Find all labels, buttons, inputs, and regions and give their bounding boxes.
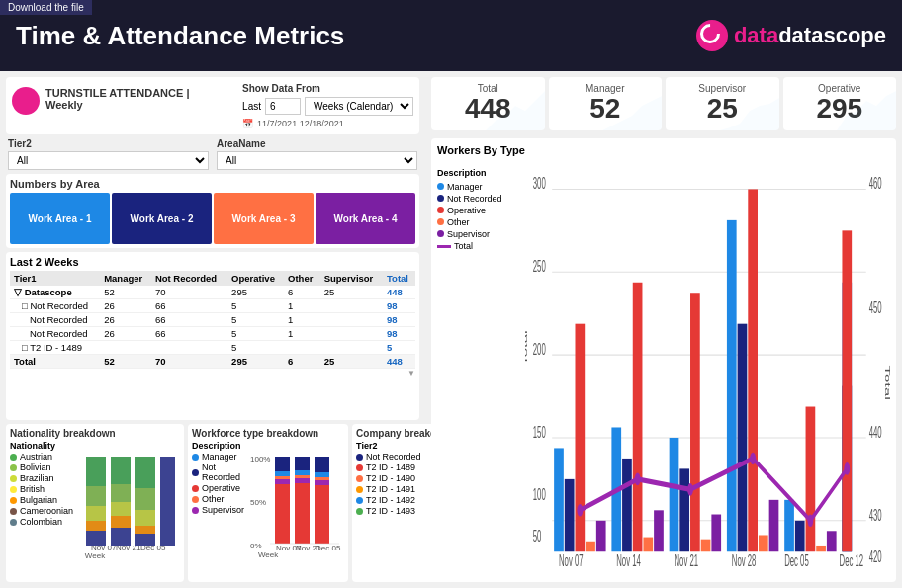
area-name-select[interactable]: All <box>217 151 417 170</box>
svg-rect-101 <box>727 220 737 551</box>
svg-text:200: 200 <box>533 340 546 359</box>
svg-rect-28 <box>295 457 310 470</box>
svg-text:150: 150 <box>533 422 546 441</box>
svg-text:Nov 21: Nov 21 <box>675 550 699 569</box>
calendar-icon: 📅 <box>242 119 253 128</box>
svg-rect-33 <box>315 457 329 472</box>
svg-point-115 <box>635 472 641 485</box>
svg-rect-95 <box>654 510 664 551</box>
numbers-by-area-title: Numbers by Area <box>10 178 415 190</box>
area-name-label: AreaName <box>217 138 417 149</box>
svg-marker-66 <box>486 91 545 130</box>
svg-rect-14 <box>135 526 155 534</box>
col-other: Other <box>284 271 320 286</box>
svg-rect-92 <box>622 459 632 551</box>
svg-text:Dec 05: Dec 05 <box>140 544 166 550</box>
svg-rect-12 <box>135 488 155 510</box>
svg-rect-100 <box>711 514 721 551</box>
svg-rect-2 <box>86 486 106 506</box>
svg-text:Dec 05: Dec 05 <box>784 550 809 569</box>
weeks-select[interactable]: Weeks (Calendar) <box>305 97 413 116</box>
svg-rect-34 <box>315 472 329 477</box>
cell-total: 448 <box>383 286 415 299</box>
area-blocks: Work Area - 1 Work Area - 2 Work Area - … <box>10 193 415 244</box>
svg-text:50%: 50% <box>250 498 266 507</box>
last-value-input[interactable] <box>265 98 301 115</box>
row-label: ▽ Datascope <box>10 286 100 299</box>
cell-supervisor: 25 <box>320 286 383 299</box>
svg-text:460: 460 <box>869 174 882 193</box>
col-tier1: Tier1 <box>10 271 100 286</box>
last2weeks-title: Last 2 Weeks <box>10 256 415 268</box>
svg-rect-88 <box>575 323 585 551</box>
svg-rect-109 <box>816 546 826 551</box>
svg-rect-3 <box>86 506 106 521</box>
svg-rect-106 <box>784 500 794 551</box>
nationality-label: Nationality <box>10 441 180 451</box>
svg-text:450: 450 <box>869 298 882 317</box>
brand-icon <box>12 87 40 115</box>
last2weeks-section: Last 2 Weeks Tier1 Manager Not Recorded … <box>6 252 419 420</box>
svg-rect-23 <box>275 457 290 471</box>
row-label: Not Recorded <box>10 327 100 341</box>
logo-text: datadatascope <box>734 23 886 48</box>
bottom-charts: Nationality breakdown Nationality Austri… <box>6 424 419 582</box>
svg-rect-90 <box>596 521 606 551</box>
operative-bg-chart <box>837 86 896 130</box>
svg-rect-26 <box>275 479 290 484</box>
table-row: □ Not Recorded 266651 98 <box>10 299 415 313</box>
cell-manager: 52 <box>100 286 151 299</box>
svg-marker-67 <box>602 96 662 130</box>
col-not-recorded: Not Recorded <box>151 271 227 286</box>
metric-total: Total 448 <box>431 77 545 130</box>
svg-rect-31 <box>295 478 310 483</box>
svg-text:250: 250 <box>533 257 546 276</box>
svg-rect-86 <box>554 448 564 551</box>
svg-rect-97 <box>679 468 689 551</box>
date-range: 11/7/2021 12/18/2021 <box>257 119 344 128</box>
svg-rect-13 <box>135 510 155 526</box>
controls-section: TURNSTILE ATTENDANCE | Weekly Show Data … <box>6 77 419 134</box>
last2weeks-table: Tier1 Manager Not Recorded Operative Oth… <box>10 271 415 369</box>
page-title: Time & Attendance Metrics <box>16 21 344 51</box>
svg-rect-98 <box>690 293 700 551</box>
svg-rect-113 <box>842 230 852 551</box>
svg-rect-24 <box>275 471 290 476</box>
svg-text:300: 300 <box>533 174 546 193</box>
numbers-by-area-section: Numbers by Area Work Area - 1 Work Area … <box>6 174 419 248</box>
svg-rect-29 <box>295 470 310 475</box>
svg-text:Total: Total <box>525 330 529 365</box>
svg-rect-87 <box>565 479 575 551</box>
svg-text:Dec 12: Dec 12 <box>840 550 864 569</box>
svg-text:430: 430 <box>869 505 882 524</box>
svg-point-114 <box>577 504 583 517</box>
svg-text:0%: 0% <box>250 542 262 550</box>
svg-rect-7 <box>111 484 131 502</box>
scroll-hint: ▼ <box>10 369 415 378</box>
svg-text:Nov 07: Nov 07 <box>91 544 117 550</box>
svg-text:Nov 28: Nov 28 <box>732 550 757 569</box>
cell-not-rec: 70 <box>151 286 227 299</box>
col-supervisor: Supervisor <box>320 271 383 286</box>
download-bar[interactable]: Download the file <box>0 0 92 15</box>
workers-title: Workers By Type <box>437 144 890 156</box>
svg-rect-104 <box>759 535 768 551</box>
svg-rect-15 <box>160 457 175 546</box>
svg-text:Total: Total <box>883 365 890 399</box>
svg-text:440: 440 <box>869 422 882 441</box>
nationality-title: Nationality breakdown <box>10 428 180 439</box>
supervisor-bg-chart <box>720 86 779 130</box>
area-block-2: Work Area - 2 <box>112 193 212 244</box>
last-label: Last <box>242 101 261 112</box>
svg-point-116 <box>687 483 693 496</box>
total-label: Total <box>10 355 100 369</box>
col-manager: Manager <box>100 271 151 286</box>
svg-rect-108 <box>806 406 816 551</box>
svg-point-118 <box>807 514 813 527</box>
svg-text:Nov 21: Nov 21 <box>116 544 141 550</box>
filter-row: Tier2 All AreaName All <box>6 138 419 170</box>
workers-by-type-section: Workers By Type Description Manager Not … <box>431 138 896 582</box>
total-bg-chart <box>486 86 545 130</box>
row-label: □ T2 ID - 1489 <box>10 341 100 355</box>
tier2-select[interactable]: All <box>8 151 209 170</box>
